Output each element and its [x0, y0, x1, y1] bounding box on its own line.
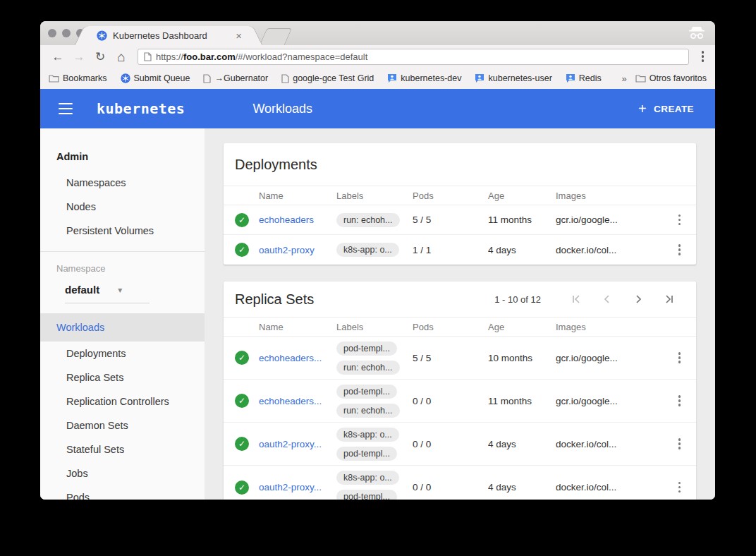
replica-set-link[interactable]: echoheaders... — [259, 396, 336, 406]
bookmark-kubernetes-dev[interactable]: kubernetes-dev — [387, 73, 461, 83]
previous-page-icon[interactable] — [592, 293, 623, 306]
replica-sets-card-title: Replica Sets — [235, 291, 314, 308]
last-page-icon[interactable] — [654, 293, 685, 306]
row-menu-icon[interactable] — [674, 434, 685, 454]
row-menu-icon[interactable] — [674, 391, 685, 411]
replica-set-link[interactable]: oauth2-proxy... — [259, 482, 336, 492]
browser-toolbar: ← → ↻ ⌂ https://foo.bar.com/#/workload?n… — [40, 45, 715, 68]
url-protocol: https:// — [156, 52, 183, 62]
table-row: ✓ echoheaders... pod-templ... run: echoh… — [224, 337, 696, 380]
bookmark-google-gce-test-grid[interactable]: google-gce Test Grid — [281, 73, 374, 83]
bookmark-redis[interactable]: Redis — [566, 73, 602, 83]
sidebar-item-pods[interactable]: Pods — [40, 485, 205, 500]
label-chip: run: echoh... — [336, 404, 400, 418]
deployment-link[interactable]: echoheaders — [259, 214, 336, 225]
table-row: ✓ echoheaders... pod-templ... run: echoh… — [224, 380, 696, 423]
label-chip: pod-templ... — [336, 385, 397, 399]
tab-title: Kubernetes Dashboard — [113, 30, 234, 41]
label-chip: pod-templ... — [336, 447, 397, 461]
url-host: foo.bar.com — [183, 52, 236, 62]
close-window-button[interactable] — [48, 29, 56, 37]
sidebar-item-persistent-volumes[interactable]: Persistent Volumes — [40, 219, 205, 243]
minimize-window-button[interactable] — [62, 29, 71, 37]
url-text: https://foo.bar.com/#/workload?namespace… — [156, 52, 367, 62]
namespace-select[interactable]: default ▾ — [65, 284, 150, 303]
sidebar-item-nodes[interactable]: Nodes — [40, 195, 205, 219]
status-ok-icon: ✓ — [235, 243, 249, 257]
first-page-icon[interactable] — [561, 293, 592, 306]
incognito-icon — [688, 26, 705, 40]
label-chip: run: echoh... — [336, 213, 400, 227]
sidebar-item-admin[interactable]: Admin — [40, 143, 205, 171]
groups-icon — [475, 73, 484, 83]
kubernetes-icon — [121, 73, 130, 83]
bookmark-submit-queue[interactable]: Submit Queue — [121, 73, 190, 83]
label-chip: pod-templ... — [336, 490, 397, 500]
next-page-icon[interactable] — [623, 293, 654, 306]
label-chip: k8s-app: o... — [336, 471, 399, 485]
row-menu-icon[interactable] — [674, 210, 685, 230]
status-ok-icon: ✓ — [235, 394, 249, 408]
sidebar-item-daemon-sets[interactable]: Daemon Sets — [40, 413, 205, 437]
page-icon — [144, 52, 152, 61]
create-button[interactable]: + CREATE — [634, 96, 698, 121]
deployments-card: Deployments Name Labels Pods Age Images … — [224, 143, 696, 265]
bookmarks-bar: Bookmarks Submit Queue →Gubernator googl… — [40, 68, 715, 89]
hamburger-menu-icon[interactable] — [57, 100, 74, 118]
sidebar-item-namespaces[interactable]: Namespaces — [40, 171, 205, 195]
namespace-label: Namespace — [40, 252, 205, 277]
pagination-range: 1 - 10 of 12 — [494, 294, 541, 305]
home-icon[interactable]: ⌂ — [112, 50, 130, 64]
reload-icon[interactable]: ↻ — [91, 51, 109, 63]
folder-icon — [49, 74, 59, 83]
page-title: Workloads — [252, 102, 312, 116]
forward-icon[interactable]: → — [70, 51, 88, 63]
status-ok-icon: ✓ — [235, 213, 249, 227]
sidebar-item-replica-sets[interactable]: Replica Sets — [40, 365, 205, 389]
new-tab-button[interactable] — [260, 28, 293, 45]
deployment-link[interactable]: oauth2-proxy — [259, 245, 336, 255]
groups-icon — [387, 73, 397, 83]
kubernetes-logo: kubernetes — [97, 100, 185, 117]
other-bookmarks-folder[interactable]: Otros favoritos — [635, 73, 707, 83]
sidebar-item-jobs[interactable]: Jobs — [40, 461, 205, 485]
sidebar-item-workloads[interactable]: Workloads — [40, 313, 205, 342]
row-menu-icon[interactable] — [674, 348, 685, 368]
label-chip: k8s-app: o... — [336, 428, 399, 442]
tab-close-icon[interactable]: × — [234, 30, 243, 41]
browser-tab[interactable]: Kubernetes Dashboard × — [88, 26, 249, 45]
sidebar-item-deployments[interactable]: Deployments — [40, 342, 205, 365]
deployments-card-title: Deployments — [235, 157, 317, 173]
chevron-down-icon: ▾ — [118, 285, 122, 295]
status-ok-icon: ✓ — [235, 437, 249, 451]
sidebar-item-stateful-sets[interactable]: Stateful Sets — [40, 437, 205, 461]
sidebar-item-replication-controllers[interactable]: Replication Controllers — [40, 389, 205, 413]
pagination: 1 - 10 of 12 — [494, 293, 685, 306]
page-icon — [203, 74, 211, 83]
row-menu-icon[interactable] — [674, 478, 685, 497]
bookmark-gubernator[interactable]: →Gubernator — [203, 73, 268, 83]
bookmarks-overflow-icon[interactable]: » — [621, 73, 626, 84]
browser-window: Kubernetes Dashboard × ← → ↻ ⌂ https://f… — [40, 21, 715, 500]
label-chip: k8s-app: o... — [336, 243, 399, 257]
label-chip: run: echoh... — [336, 361, 400, 375]
deployments-table-header: Name Labels Pods Age Images — [224, 186, 696, 205]
address-bar[interactable]: https://foo.bar.com/#/workload?namespace… — [138, 49, 689, 65]
browser-menu-icon[interactable] — [696, 48, 710, 65]
replica-set-link[interactable]: oauth2-proxy... — [259, 439, 336, 449]
table-row: ✓ oauth2-proxy k8s-app: o... 1 / 1 4 day… — [224, 235, 696, 265]
url-path: /#/workload?namespace=default — [236, 52, 368, 62]
replica-set-link[interactable]: echoheaders... — [259, 353, 336, 363]
browser-titlebar: Kubernetes Dashboard × — [40, 21, 715, 45]
sidebar: Admin Namespaces Nodes Persistent Volume… — [40, 128, 205, 500]
plus-icon: + — [638, 102, 647, 116]
back-icon[interactable]: ← — [49, 51, 67, 63]
table-row: ✓ echoheaders run: echoh... 5 / 5 11 mon… — [224, 205, 696, 235]
bookmark-bookmarks[interactable]: Bookmarks — [49, 73, 107, 83]
label-chip: pod-templ... — [336, 342, 397, 356]
table-row: ✓ oauth2-proxy... k8s-app: o... pod-temp… — [224, 423, 696, 466]
row-menu-icon[interactable] — [674, 240, 685, 260]
bookmark-kubernetes-user[interactable]: kubernetes-user — [475, 73, 551, 83]
replica-sets-card: Replica Sets 1 - 10 of 12 — [224, 282, 696, 500]
groups-icon — [566, 73, 575, 83]
